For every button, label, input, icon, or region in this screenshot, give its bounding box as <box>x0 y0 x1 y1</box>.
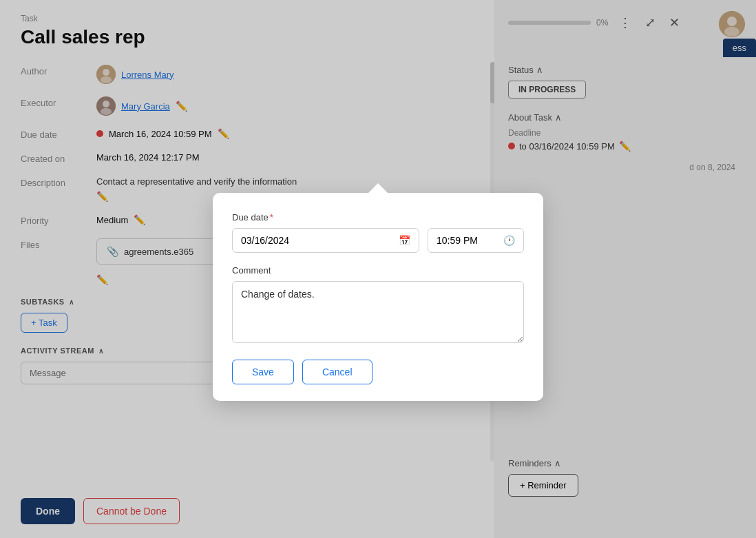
cancel-button[interactable]: Cancel <box>302 360 372 384</box>
modal-due-date-label: Due date * <box>232 212 524 223</box>
modal-inputs-row: 03/16/2024 📅 10:59 PM 🕐 <box>232 228 524 253</box>
modal-actions: Save Cancel <box>232 360 524 384</box>
date-value: 03/16/2024 <box>241 235 289 246</box>
modal-caret <box>368 183 388 193</box>
calendar-icon[interactable]: 📅 <box>399 235 410 246</box>
modal-overlay: Due date * 03/16/2024 📅 10:59 PM 🕐 Comme… <box>0 0 756 538</box>
comment-label: Comment <box>232 265 524 276</box>
time-input[interactable]: 10:59 PM 🕐 <box>428 228 524 253</box>
due-date-modal: Due date * 03/16/2024 📅 10:59 PM 🕐 Comme… <box>213 193 543 401</box>
save-button[interactable]: Save <box>232 360 294 384</box>
comment-textarea[interactable]: Change of dates. <box>232 281 524 343</box>
date-input[interactable]: 03/16/2024 📅 <box>232 228 419 253</box>
required-star: * <box>270 212 273 223</box>
time-value: 10:59 PM <box>437 235 478 246</box>
clock-icon[interactable]: 🕐 <box>503 235 515 246</box>
